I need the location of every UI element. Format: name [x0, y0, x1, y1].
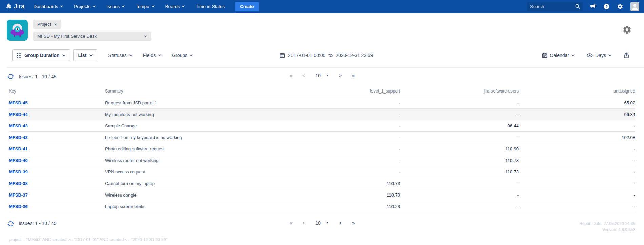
search-input[interactable] [527, 2, 583, 11]
issue-key-link[interactable]: MFSD-40 [9, 155, 105, 166]
value-unassigned: - [519, 155, 635, 166]
issue-key-link[interactable]: MFSD-43 [9, 120, 105, 132]
refresh-icon[interactable] [7, 221, 14, 227]
chevron-down-icon [182, 5, 185, 7]
page-size-value: 10 [315, 73, 321, 78]
issue-key-link[interactable]: MFSD-39 [9, 166, 105, 178]
table-row: MFSD-38 Cannot turn on my laptop 110.73 … [9, 178, 635, 189]
chevron-down-icon [122, 5, 125, 7]
date-from: 2017-01-01 00:00 [288, 53, 326, 58]
nav-projects[interactable]: Projects [74, 4, 96, 9]
issue-key-link[interactable]: MFSD-44 [9, 109, 105, 120]
caret-down-icon: ▼ [326, 221, 329, 224]
calendar-dropdown[interactable]: Calendar [542, 53, 575, 58]
pagination-first[interactable]: « [290, 220, 292, 226]
column-jira-software-users[interactable]: jira-software-users [400, 86, 519, 97]
value-level-1-support: - [315, 132, 400, 143]
value-level-1-support: 110.23 [315, 201, 400, 212]
table-row: MFSD-37 Wireless dongle 110.70 - - [9, 189, 635, 201]
value-unassigned: - [519, 143, 635, 155]
statuses-dropdown[interactable]: Statuses [108, 53, 132, 58]
jql-query-text: project = "MFSD" AND created >= "2017-01… [9, 237, 644, 242]
jira-logo[interactable]: Jira [5, 3, 24, 11]
pagination-bottom: « < 10 ▼ > » [290, 220, 355, 226]
value-level-1-support: - [315, 109, 400, 120]
fields-dropdown[interactable]: Fields [143, 53, 161, 58]
project-type-button[interactable]: Project [33, 20, 61, 29]
date-range-picker[interactable]: 2017-01-01 00:00 to 2020-12-31 23:59 [280, 53, 373, 58]
project-select-value: MFSD - My First Service Desk [37, 34, 97, 39]
value-unassigned: 65.02 [519, 97, 635, 109]
pagination-prev[interactable]: < [302, 220, 305, 226]
column-key[interactable]: Key [9, 86, 105, 97]
value-unassigned: - [519, 189, 635, 201]
brand-name: Jira [14, 3, 24, 10]
chevron-down-icon [608, 54, 611, 56]
date-separator: to [328, 53, 333, 58]
issues-bar-top: Issues: 1 - 10 / 45 « < 10 ▼ > » [0, 68, 644, 83]
nav-boards[interactable]: Boards [165, 4, 185, 9]
issue-key-link[interactable]: MFSD-41 [9, 143, 105, 155]
report-toolbar: Group Duration List Statuses Fields Grou… [7, 49, 644, 62]
value-unassigned: - [519, 201, 635, 212]
nav-time-in-status[interactable]: Time in Status [196, 4, 225, 9]
search-box [527, 2, 583, 11]
pagination-next[interactable]: > [339, 220, 342, 226]
pagination-page-size[interactable]: 10 ▼ [315, 73, 329, 78]
value-level-1-support: - [315, 120, 400, 132]
page-size-value: 10 [315, 220, 321, 226]
project-select[interactable]: MFSD - My First Service Desk [33, 32, 151, 41]
chevron-down-icon [144, 35, 147, 37]
view-mode-button[interactable]: List [73, 49, 97, 61]
issues-table: Key Summary level_1_support jira-softwar… [9, 86, 635, 212]
statuses-label: Statuses [108, 53, 126, 58]
user-avatar[interactable] [630, 2, 639, 11]
nav-boards-label: Boards [165, 4, 180, 9]
issue-key-link[interactable]: MFSD-37 [9, 189, 105, 201]
export-icon[interactable] [624, 52, 629, 58]
search-icon[interactable] [575, 4, 580, 9]
issue-summary: My monitoris not working [105, 109, 315, 120]
value-jira-software-users: 110.73 [400, 166, 519, 178]
table-row: MFSD-40 Wireless router not working - 11… [9, 155, 635, 166]
pagination-first[interactable]: « [290, 73, 292, 78]
issue-key-link[interactable]: MFSD-45 [9, 97, 105, 109]
nav-issues[interactable]: Issues [106, 4, 125, 9]
report-settings-gear-icon[interactable] [622, 25, 632, 35]
calendar-icon [542, 53, 547, 58]
pagination-prev[interactable]: < [302, 73, 305, 78]
nav-dashboards-label: Dashboards [33, 4, 58, 9]
group-duration-button[interactable]: Group Duration [12, 49, 70, 61]
value-jira-software-users: 110.90 [400, 143, 519, 155]
pagination-top: « < 10 ▼ > » [290, 73, 355, 78]
chevron-down-icon [152, 5, 155, 7]
value-unassigned: - [519, 120, 635, 132]
column-unassigned[interactable]: unassigned [519, 86, 635, 97]
column-summary[interactable]: Summary [105, 86, 315, 97]
nav-dashboards[interactable]: Dashboards [33, 4, 63, 9]
column-level-1-support[interactable]: level_1_support [315, 86, 400, 97]
pagination-last[interactable]: » [352, 73, 354, 78]
value-jira-software-users: 96.44 [400, 120, 519, 132]
table-header-row: Key Summary level_1_support jira-softwar… [9, 86, 635, 97]
create-button[interactable]: Create [235, 2, 259, 11]
calendar-icon [280, 53, 285, 58]
nav-tempo[interactable]: Tempo [136, 4, 155, 9]
unit-dropdown[interactable]: Days [587, 53, 611, 58]
nav-issues-label: Issues [106, 4, 120, 9]
announcements-icon[interactable] [590, 3, 596, 10]
refresh-icon[interactable] [7, 73, 14, 80]
chevron-down-icon [158, 54, 161, 56]
groups-dropdown[interactable]: Groups [172, 53, 193, 58]
gear-icon[interactable] [617, 3, 623, 10]
pagination-last[interactable]: » [352, 220, 354, 226]
issue-summary: he leer T on my keyboard is no working [105, 132, 315, 143]
pagination-page-size[interactable]: 10 ▼ [315, 220, 329, 226]
issue-key-link[interactable]: MFSD-42 [9, 132, 105, 143]
help-icon[interactable]: ? [603, 3, 610, 10]
issue-key-link[interactable]: MFSD-38 [9, 178, 105, 189]
issue-key-link[interactable]: MFSD-36 [9, 201, 105, 212]
issues-bar-bottom: Issues: 1 - 10 / 45 « < 10 ▼ > » Report … [0, 212, 644, 233]
pagination-next[interactable]: > [339, 73, 342, 78]
view-mode-label: List [78, 53, 86, 58]
